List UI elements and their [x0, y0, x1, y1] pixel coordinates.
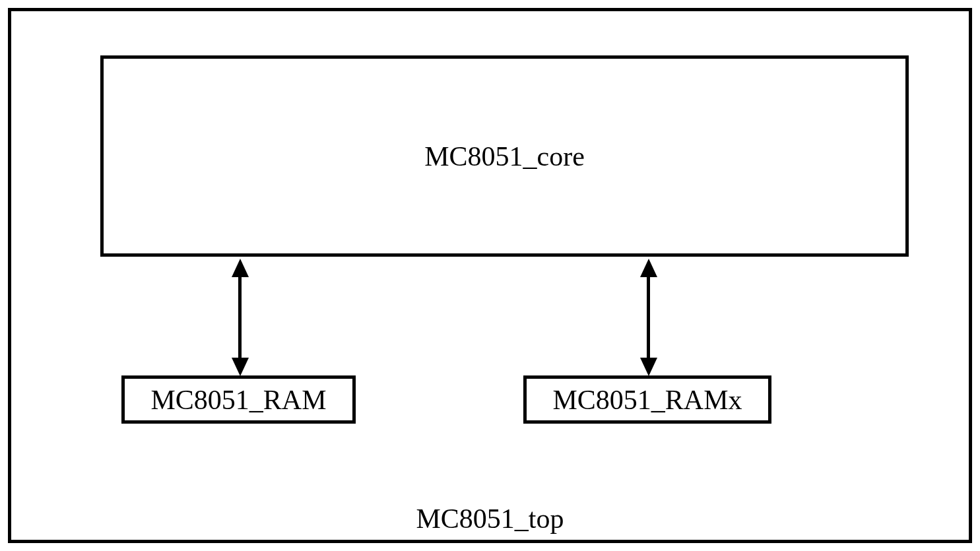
ramx-block: MC8051_RAMx — [523, 375, 771, 424]
arrow-core-to-ramx — [647, 274, 650, 360]
core-block: MC8051_core — [100, 55, 909, 257]
ram-label: MC8051_RAM — [150, 384, 326, 416]
core-label: MC8051_core — [424, 141, 585, 172]
outer-container-box: MC8051_core MC8051_RAM MC8051_RAMx MC805… — [8, 8, 972, 543]
arrow-core-to-ram — [238, 274, 242, 360]
ramx-label: MC8051_RAMx — [552, 384, 742, 416]
arrow-head-up-icon — [640, 259, 657, 277]
arrow-head-up-icon — [232, 259, 249, 277]
outer-container-label: MC8051_top — [416, 503, 564, 535]
arrow-head-down-icon — [640, 358, 657, 376]
arrow-head-down-icon — [232, 358, 249, 376]
ram-block: MC8051_RAM — [121, 375, 356, 424]
